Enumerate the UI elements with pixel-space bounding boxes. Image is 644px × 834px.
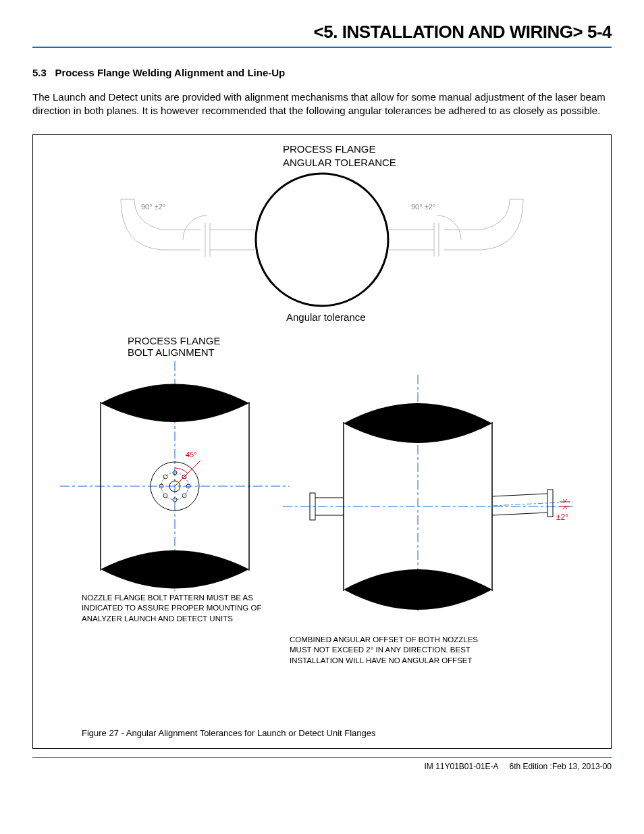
page-header: <5. INSTALLATION AND WIRING> 5-4 <box>32 22 612 48</box>
top-cap-r <box>344 403 492 443</box>
top-cap <box>101 384 249 422</box>
footer-edition: 6th Edition :Feb 13, 2013-00 <box>510 762 612 771</box>
figure-caption: Figure 27 - Angular Alignment Tolerances… <box>82 728 376 738</box>
top-title-2: ANGULAR TOLERANCE <box>283 157 396 168</box>
section-number: 5.3 <box>32 67 47 78</box>
figure-box: PROCESS FLANGE ANGULAR TOLERANCE 90° ±2° <box>32 134 612 749</box>
bottom-cap <box>101 550 249 589</box>
note-left-l1: NOZZLE FLANGE BOLT PATTERN MUST BE AS <box>82 593 284 604</box>
offset-label: ±2° <box>556 513 568 522</box>
angle-left-label: 90° ±2° <box>141 203 165 211</box>
section-heading: 5.3 Process Flange Welding Alignment and… <box>32 67 612 78</box>
note-left: NOZZLE FLANGE BOLT PATTERN MUST BE AS IN… <box>82 593 284 625</box>
right-nozzle <box>388 199 523 257</box>
top-diagram: PROCESS FLANGE ANGULAR TOLERANCE 90° ±2° <box>33 135 611 331</box>
top-title-1: PROCESS FLANGE <box>283 143 376 155</box>
footer-doc-id: IM 11Y01B01-01E-A <box>424 762 498 771</box>
pipe-cross-section <box>256 174 388 306</box>
header-title: <5. INSTALLATION AND WIRING> 5-4 <box>314 22 612 42</box>
note-right: COMBINED ANGULAR OFFSET OF BOTH NOZZLES … <box>290 635 506 667</box>
right-vessel-diagram: ±2° <box>283 375 573 611</box>
offset-dimension <box>560 499 570 509</box>
svg-line-25 <box>492 494 547 496</box>
angular-tolerance-label: Angular tolerance <box>286 311 366 323</box>
left-vessel-diagram: 45° <box>60 361 290 591</box>
note-left-l2: INDICATED TO ASSURE PROPER MOUNTING OF <box>82 603 284 614</box>
bolt-angle-label: 45° <box>186 450 197 459</box>
mid-title-1: PROCESS FLANGE <box>128 335 221 346</box>
svg-line-26 <box>492 513 547 515</box>
right-side-nozzle <box>492 490 553 517</box>
note-left-l3: ANALYZER LAUNCH AND DETECT UNITS <box>82 614 284 625</box>
svg-point-16 <box>163 475 167 479</box>
note-right-l1: COMBINED ANGULAR OFFSET OF BOTH NOZZLES <box>290 635 506 646</box>
page-footer: IM 11Y01B01-01E-A 6th Edition :Feb 13, 2… <box>32 757 612 771</box>
mid-title-block: PROCESS FLANGE BOLT ALIGNMENT <box>128 335 221 358</box>
section-title: Process Flange Welding Alignment and Lin… <box>55 67 285 78</box>
mid-title-2: BOLT ALIGNMENT <box>128 346 221 358</box>
body-paragraph: The Launch and Detect units are provided… <box>32 90 612 118</box>
offset-centerline <box>492 502 573 506</box>
note-right-l2: MUST NOT EXCEED 2° IN ANY DIRECTION. BES… <box>290 645 506 656</box>
bottom-cap-r <box>344 569 492 610</box>
angle-right-label: 90° ±2° <box>411 203 435 211</box>
note-right-l3: INSTALLATION WILL HAVE NO ANGULAR OFFSET <box>290 656 506 667</box>
